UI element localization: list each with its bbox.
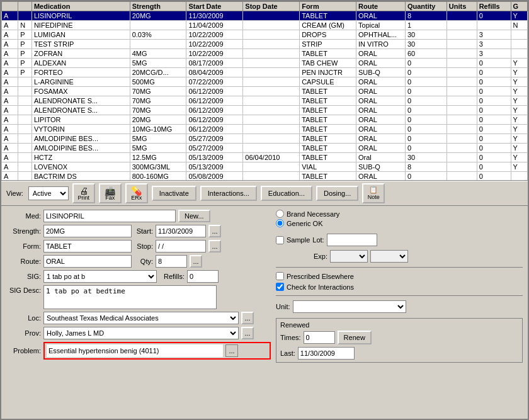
print-button[interactable]: 🖨 Print (72, 183, 95, 203)
route-label: Route: (6, 258, 41, 265)
table-row[interactable]: ALISINOPRIL20MG11/30/2009TABLETORAL80Y (2, 11, 528, 21)
col-header-strength[interactable]: Strength (130, 2, 186, 11)
view-select[interactable]: Active Inactive All (28, 186, 69, 200)
interactions-button[interactable]: Interactions... (200, 186, 257, 201)
table-row[interactable]: AFOSAMAX70MG06/12/2009TABLETORAL00Y (2, 87, 528, 96)
form-label: Form: (6, 242, 41, 250)
route-input[interactable] (43, 255, 132, 268)
sample-label: Sample (287, 236, 310, 244)
table-row[interactable]: AL-ARGININE500MG07/22/2009CAPSULEORAL00Y (2, 77, 528, 87)
erx-icon: 💊 (131, 186, 142, 195)
table-row[interactable]: ALIPITOR20MG06/12/2009TABLETORAL00Y (2, 115, 528, 125)
col-header-quantity[interactable]: Quantity (405, 2, 447, 11)
col-header-start[interactable]: Start Date (186, 2, 243, 11)
check-interactions-label: Check for Interactions (287, 283, 354, 291)
table-row[interactable]: AALENDRONATE S...70MG06/12/2009TABLETORA… (2, 96, 528, 106)
qty-input[interactable] (156, 255, 187, 268)
last-input[interactable] (298, 347, 355, 360)
table-row[interactable]: AALENDRONATE S...70MG06/12/2009TABLETORA… (2, 106, 528, 115)
lot-label: Lot: (312, 236, 324, 244)
brand-necessary-row: Brand Necessary (276, 210, 523, 218)
brand-necessary-label: Brand Necessary (287, 210, 339, 218)
prov-btn[interactable]: ... (241, 327, 254, 339)
exp-label: Exp: (314, 253, 327, 260)
prescribed-elsewhere-checkbox[interactable] (276, 272, 284, 280)
check-interactions-checkbox[interactable] (276, 283, 284, 291)
brand-generic-group: Brand Necessary Generic OK (276, 210, 523, 227)
loc-label: Loc: (6, 314, 41, 322)
exp-month-select[interactable] (330, 250, 368, 263)
form-input[interactable] (43, 240, 132, 253)
fax-icon: 📠 (105, 186, 115, 195)
stop-input[interactable] (156, 240, 206, 253)
table-row[interactable]: ANNIFEDIPINE11/04/2009CREAM (GM)Topical1… (2, 21, 528, 30)
table-row[interactable]: AAMLODIPINE BES...5MG05/27/2009TABLETORA… (2, 134, 528, 144)
stop-label: Stop: (134, 242, 153, 250)
education-button[interactable]: Education... (261, 186, 312, 201)
generic-ok-row: Generic OK (276, 219, 523, 227)
fax-button[interactable]: 📠 Fax (99, 183, 122, 203)
start-input[interactable] (156, 225, 206, 237)
loc-btn[interactable]: ... (241, 312, 254, 324)
sample-checkbox[interactable] (276, 236, 284, 244)
check-interactions-row: Check for Interactions (276, 283, 523, 291)
stop-picker-button[interactable]: ... (208, 240, 221, 253)
table-row[interactable]: ALOVENOX300MG/3ML05/13/2009VIALSUB-Q80Y (2, 162, 528, 172)
table-row[interactable]: APZOFRAN4MG10/22/2009TABLETORAL603 (2, 49, 528, 59)
times-row: Times: Renew (280, 331, 518, 344)
col-header-medication[interactable]: Medication (31, 2, 130, 11)
times-input[interactable] (304, 331, 335, 344)
sample-row: Sample Lot: (276, 234, 523, 246)
col-header-p[interactable] (18, 2, 32, 11)
new-button[interactable]: New... (178, 210, 210, 222)
medication-table: Medication Strength Start Date Stop Date… (1, 1, 528, 181)
table-row[interactable]: AAMLODIPINE BES...5MG05/27/2009TABLETORA… (2, 144, 528, 153)
sig-desc-textarea[interactable]: 1 tab po at bedtime (43, 285, 217, 309)
strength-input[interactable] (43, 225, 132, 237)
erx-button[interactable]: 💊 ERx (125, 183, 148, 203)
table-row[interactable]: AVYTORIN10MG-10MG06/12/2009TABLETORAL00Y (2, 125, 528, 134)
col-header-flag[interactable] (2, 2, 18, 11)
dosing-button[interactable]: Dosing... (316, 186, 358, 201)
table-row[interactable]: APLUMIGAN0.03%10/22/2009DROPSOPHTHAL...3… (2, 30, 528, 40)
col-header-units[interactable]: Units (447, 2, 477, 11)
generic-ok-radio[interactable] (276, 219, 284, 227)
inactivate-button[interactable]: Inactivate (152, 186, 196, 201)
sig-label: SIG: (6, 273, 41, 280)
col-header-route[interactable]: Route (356, 2, 406, 11)
med-input[interactable] (43, 210, 176, 222)
lot-input[interactable] (327, 234, 377, 246)
table-row[interactable]: ABACTRIM DS800-160MG05/08/2009TABLETORAL… (2, 172, 528, 181)
note-button[interactable]: 📋 Note (362, 183, 385, 203)
strength-label: Strength: (6, 227, 41, 235)
col-header-g[interactable]: G (511, 2, 527, 11)
route-qty-row: Route: Qty: ... (6, 255, 271, 268)
col-header-form[interactable]: Form (300, 2, 356, 11)
col-header-stop[interactable]: Stop Date (243, 2, 300, 11)
problem-field: ... (43, 342, 271, 360)
problem-btn[interactable]: ... (225, 344, 238, 357)
qty-label: Qty: (134, 258, 153, 265)
table-row[interactable]: APALDEXAN5MG08/17/2009TAB CHEWORAL00Y (2, 59, 528, 68)
times-label: Times: (280, 334, 301, 341)
unit-select[interactable] (293, 300, 406, 313)
qty-btn[interactable]: ... (190, 255, 202, 268)
renew-button[interactable]: Renew (338, 331, 372, 344)
table-row[interactable]: AHCTZ12.5MG05/13/200906/04/2010TABLETOra… (2, 153, 528, 162)
refills-input[interactable] (187, 270, 219, 283)
prov-select[interactable]: Holly, James L MD (43, 327, 239, 339)
med-label: Med: (6, 212, 41, 220)
exp-year-select[interactable] (370, 250, 408, 263)
start-picker-button[interactable]: ... (208, 225, 221, 237)
divider1 (276, 267, 523, 268)
problem-input[interactable] (47, 344, 223, 357)
brand-necessary-radio[interactable] (276, 210, 284, 218)
col-header-refills[interactable]: Refills (477, 2, 511, 11)
table-row[interactable]: APTEST STRIP10/22/2009STRIPIN VITRO303 (2, 40, 528, 49)
loc-select[interactable]: Southeast Texas Medical Associates (43, 312, 239, 324)
divider2 (276, 295, 523, 296)
unit-label: Unit: (276, 303, 290, 310)
prescribed-elsewhere-row: Prescribed Elsewhere (276, 272, 523, 280)
table-row[interactable]: APFORTEO20MCG/D...08/04/2009PEN INJCTRSU… (2, 68, 528, 77)
sig-select[interactable]: 1 tab po at b (43, 270, 157, 283)
